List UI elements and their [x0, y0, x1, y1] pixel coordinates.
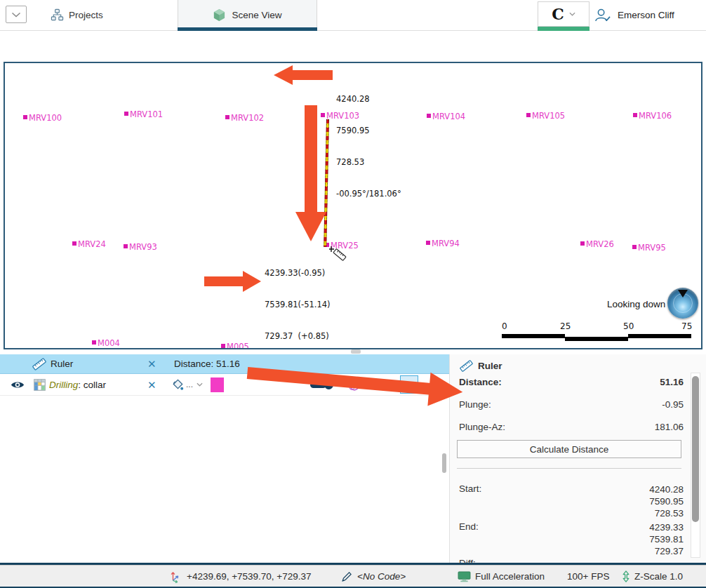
- bucket-options-dots[interactable]: ...: [186, 374, 193, 395]
- ruler-icon: [460, 359, 473, 373]
- collar-marker: [632, 245, 637, 249]
- collar-label-M004: M004: [92, 338, 120, 348]
- collar-label-MRV102: MRV102: [225, 113, 264, 123]
- panel-divider: [457, 468, 681, 469]
- coordinates-label: +4239.69, +7539.70, +729.37: [187, 571, 312, 582]
- acceleration-label: Full Acceleration: [475, 571, 545, 582]
- collar-label-text: MRV104: [432, 112, 465, 121]
- collar-label-M005: M005: [221, 342, 249, 349]
- z-scale-label: Z-Scale 1.0: [634, 571, 683, 582]
- scene-tab-label: Scene View: [232, 10, 281, 20]
- collar-marker: [92, 340, 96, 345]
- collar-label-text: MRV24: [78, 239, 106, 249]
- ruler-row-close-button[interactable]: ✕: [147, 354, 156, 373]
- axes-icon: [170, 570, 182, 583]
- scrollbar-thumb[interactable]: [692, 376, 699, 522]
- close-icon: ✕: [147, 359, 156, 369]
- scale-bar-segment: [628, 334, 691, 338]
- table-icon: [34, 374, 46, 395]
- compass-north-marker: [678, 290, 688, 298]
- fps-label: 100+ FPS: [567, 571, 609, 582]
- collar-marker: [225, 115, 229, 119]
- ruler-row-label: Ruler: [51, 354, 73, 373]
- start-label: Start:: [459, 483, 481, 494]
- ruler-start-annotation: 4240.28 7590.95 728.53 -00.95°/181.06°: [336, 73, 401, 220]
- panel-scrollbar[interactable]: [691, 373, 700, 558]
- projects-icon: [51, 8, 64, 22]
- collar-label-MRV93: MRV93: [124, 242, 157, 252]
- tab-projects[interactable]: Projects: [44, 0, 110, 30]
- ruler-end-annotation: 4239.33(-0.95) 7539.81(-51.14) 729.37 (+…: [265, 247, 331, 349]
- central-icon: C: [552, 6, 564, 22]
- ruler-panel-title: Ruler: [478, 361, 502, 371]
- collar-label-text: M005: [227, 342, 249, 349]
- collar-marker: [426, 241, 430, 245]
- end-values: 4239.33 7539.81 729.37: [649, 521, 684, 557]
- collar-label-text: MRV105: [532, 111, 565, 121]
- ruler-cursor-icon: [329, 244, 347, 262]
- collar-label-text: MRV102: [231, 113, 264, 123]
- callout-arrow-distance-value: [204, 271, 262, 292]
- status-bar: +4239.69, +7539.70, +729.37 <No Code> Fu…: [0, 565, 706, 587]
- ruler-panel-header: Ruler: [460, 359, 502, 373]
- collar-label-text: MRV106: [639, 111, 672, 121]
- ruler-properties-panel: Ruler Distance: 51.16 Plunge: -0.95 Plun…: [449, 354, 706, 563]
- collar-label-MRV101: MRV101: [124, 109, 163, 119]
- ruler-row-distance: Distance: 51.16: [174, 354, 240, 373]
- collar-marker: [526, 113, 531, 117]
- collar-marker: [580, 241, 585, 246]
- callout-arrow-ruler-tool: [274, 65, 333, 85]
- scale-bar-segment: [502, 334, 565, 338]
- collar-label-MRV24: MRV24: [72, 239, 106, 249]
- scale-tick-0: 0: [502, 321, 507, 331]
- chevron-down-icon: [11, 12, 21, 18]
- scale-tick-25: 25: [560, 321, 571, 331]
- collar-label-text: MRV26: [586, 239, 614, 249]
- diff-label: Diff:: [459, 558, 476, 563]
- ruler-icon: [32, 354, 46, 373]
- collar-label-MRV94: MRV94: [426, 239, 460, 248]
- user-icon: [594, 8, 611, 22]
- scale-tick-50: 50: [623, 321, 634, 331]
- code-status: <No Code>: [340, 566, 406, 587]
- user-account-button[interactable]: Emerson Cliff: [594, 0, 674, 30]
- scale-bar-segment: [565, 337, 628, 341]
- scale-tick-75: 75: [681, 321, 692, 331]
- code-label: <No Code>: [357, 571, 406, 582]
- compass-ball[interactable]: [667, 288, 698, 319]
- scene-panel-splitter-handle[interactable]: [351, 349, 361, 354]
- collar-label-text: M004: [98, 338, 120, 348]
- z-scale-status[interactable]: Z-Scale 1.0: [622, 566, 683, 587]
- collar-label-text: MRV95: [638, 243, 666, 253]
- monitor-icon: [458, 571, 471, 582]
- collar-marker: [427, 114, 431, 118]
- calculate-distance-button[interactable]: Calculate Distance: [457, 440, 681, 458]
- collar-label-text: MRV100: [29, 113, 62, 123]
- cursor-coordinates: +4239.69, +7539.70, +729.37: [170, 566, 312, 587]
- window-menu-button[interactable]: [6, 6, 27, 23]
- scene-toolbar: Look: [0, 31, 706, 60]
- close-icon: ✕: [147, 380, 156, 390]
- tab-scene-view[interactable]: Scene View: [178, 0, 317, 30]
- collar-marker: [72, 241, 76, 246]
- collar-label-MRV100: MRV100: [23, 113, 62, 123]
- distance-value: 51.16: [660, 377, 684, 387]
- collar-label-MRV106: MRV106: [633, 111, 672, 121]
- visibility-eye-icon[interactable]: [10, 374, 25, 395]
- collar-marker: [221, 344, 225, 348]
- drilling-row-close-button[interactable]: ✕: [147, 374, 156, 395]
- central-connect-button[interactable]: C: [538, 1, 590, 27]
- fps-status: 100+ FPS: [567, 566, 609, 587]
- colour-bucket-icon[interactable]: [171, 374, 185, 395]
- top-tab-bar: Projects Scene View C Emerson Cliff: [0, 0, 706, 31]
- z-scale-arrows-icon: [622, 570, 630, 582]
- scene-viewport[interactable]: MRV100MRV101MRV102MRV103MRV104MRV105MRV1…: [4, 62, 702, 349]
- acceleration-status: Full Acceleration: [458, 566, 545, 587]
- projects-tab-label: Projects: [69, 10, 103, 20]
- view-orientation-label: Looking down: [607, 299, 665, 309]
- panel-splitter-handle[interactable]: [442, 453, 446, 473]
- bucket-dropdown-chevron[interactable]: [197, 374, 203, 395]
- collar-label-MRV105: MRV105: [526, 111, 565, 121]
- collar-colour-swatch[interactable]: [211, 377, 224, 392]
- chevron-down-icon: [569, 12, 575, 16]
